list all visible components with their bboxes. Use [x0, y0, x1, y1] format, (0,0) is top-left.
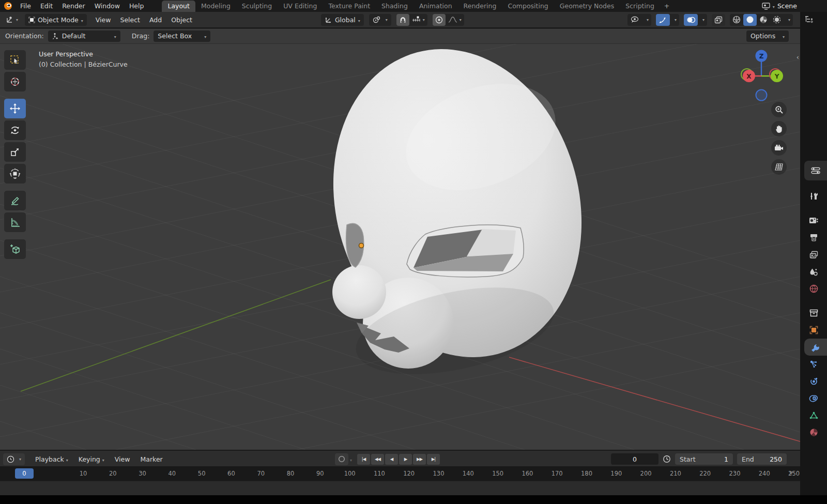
tab-compositing[interactable]: Compositing [502, 1, 554, 12]
tab-sculpting[interactable]: Sculpting [236, 1, 278, 12]
gizmo-minus-z[interactable] [756, 90, 767, 101]
orientation-dropdown[interactable]: Default [48, 30, 120, 42]
tab-scripting[interactable]: Scripting [620, 1, 660, 12]
navigation-gizmo[interactable]: X Y Z [740, 46, 797, 104]
current-frame-field[interactable]: 0 [611, 453, 658, 465]
zoom-button[interactable] [771, 102, 787, 117]
show-visibility-button[interactable] [627, 14, 642, 26]
menu-render[interactable]: Render [57, 2, 90, 10]
tab-layout[interactable]: Layout [162, 1, 195, 12]
mode-selector[interactable]: Object Mode [25, 14, 87, 26]
outliner-editor-icon[interactable] [804, 15, 814, 25]
prev-keyframe-button[interactable]: ◀◀ [371, 454, 384, 465]
tab-scene[interactable] [800, 263, 827, 280]
timeline-editor-type-button[interactable] [3, 453, 25, 465]
tool-rotate[interactable] [4, 120, 26, 140]
properties-editor-icon[interactable] [804, 161, 827, 180]
tab-geometry-nodes[interactable]: Geometry Nodes [554, 1, 620, 12]
pivot-point-selector[interactable] [369, 14, 391, 26]
tab-output[interactable] [800, 229, 827, 246]
region-collapse-chevron-icon[interactable]: ‹ [797, 53, 799, 61]
tab-physics[interactable] [800, 373, 827, 390]
show-overlays-toggle[interactable] [684, 14, 698, 26]
tab-view-layer[interactable] [800, 246, 827, 263]
tab-object-data[interactable] [800, 407, 827, 424]
timeline-track-area[interactable] [0, 481, 800, 495]
overlays-dropdown[interactable] [698, 14, 707, 26]
tab-uv-editing[interactable]: UV Editing [278, 1, 323, 12]
tab-modeling[interactable]: Modeling [195, 1, 236, 12]
shading-wireframe-button[interactable] [730, 14, 743, 26]
tab-shading[interactable]: Shading [376, 1, 414, 12]
menu-marker[interactable]: Marker [135, 455, 168, 463]
tab-material[interactable] [800, 424, 827, 441]
tab-texture-paint[interactable]: Texture Paint [323, 1, 376, 12]
viewport-3d[interactable]: User Perspective (0) Collection | Bézier… [0, 44, 800, 450]
shading-rendered-button[interactable] [770, 14, 784, 26]
tool-scale[interactable] [4, 142, 26, 162]
tool-annotate[interactable] [4, 191, 26, 210]
tool-add-cube[interactable] [4, 239, 26, 259]
options-dropdown[interactable]: Options [746, 30, 789, 42]
blender-logo-icon[interactable] [0, 2, 16, 10]
tab-particles[interactable] [800, 356, 827, 373]
play-button[interactable]: ▶ [399, 454, 412, 465]
auto-keying-toggle[interactable] [335, 453, 348, 465]
tool-select-box[interactable] [4, 50, 26, 70]
menu-playback[interactable]: Playback [30, 455, 73, 463]
ruler-scroll-arrow-icon[interactable]: ▼ [789, 470, 793, 476]
tool-transform[interactable] [4, 164, 26, 184]
gizmo-x-ball[interactable]: X [743, 70, 755, 82]
frame-end-field[interactable]: End 250 [737, 453, 787, 465]
menu-file[interactable]: File [16, 2, 36, 10]
editor-type-button[interactable] [3, 14, 21, 26]
tab-world[interactable] [800, 280, 827, 297]
toggle-ortho-button[interactable] [771, 159, 787, 175]
tab-render[interactable] [800, 212, 827, 229]
gizmo-y-ball[interactable]: Y [771, 70, 783, 82]
gizmo-z-ball[interactable]: Z [756, 50, 768, 62]
tab-animation[interactable]: Animation [414, 1, 458, 12]
transform-orientation-selector[interactable]: Global [321, 14, 364, 26]
menu-object[interactable]: Object [166, 16, 197, 24]
tab-rendering[interactable]: Rendering [458, 1, 502, 12]
next-keyframe-button[interactable]: ▶▶ [413, 454, 426, 465]
menu-view[interactable]: View [91, 16, 116, 24]
object-origin-dot[interactable] [359, 243, 364, 248]
tab-object[interactable] [800, 322, 827, 339]
tab-collection[interactable] [800, 304, 827, 322]
menu-tl-view[interactable]: View [110, 455, 135, 463]
tab-constraints[interactable] [800, 390, 827, 407]
tab-modifiers[interactable] [804, 339, 827, 356]
tool-cursor[interactable] [4, 72, 26, 91]
snap-toggle[interactable] [396, 14, 409, 26]
tool-move[interactable] [4, 99, 26, 118]
play-reverse-button[interactable]: ◀ [385, 454, 398, 465]
menu-add[interactable]: Add [145, 16, 166, 24]
proportional-falloff-selector[interactable] [446, 14, 464, 26]
mask-object[interactable] [300, 44, 615, 390]
snap-target-selector[interactable] [409, 14, 427, 26]
visibility-dropdown[interactable] [642, 14, 651, 26]
frame-start-field[interactable]: Start 1 [675, 453, 733, 465]
pan-button[interactable] [771, 121, 787, 136]
shading-solid-button[interactable] [743, 14, 757, 26]
use-preview-range-icon[interactable] [663, 455, 671, 463]
proportional-editing-toggle[interactable] [433, 14, 446, 26]
camera-view-button[interactable] [771, 140, 787, 156]
menu-keying[interactable]: Keying [73, 455, 110, 463]
menu-window[interactable]: Window [90, 2, 125, 10]
shading-dropdown[interactable] [784, 14, 793, 26]
tool-measure[interactable] [4, 212, 26, 232]
scene-selector[interactable]: Scene [762, 2, 797, 10]
menu-edit[interactable]: Edit [36, 2, 57, 10]
add-workspace-button[interactable]: + [660, 1, 673, 12]
tab-tool[interactable] [800, 188, 827, 205]
shading-material-button[interactable] [757, 14, 770, 26]
jump-to-end-button[interactable]: ▶| [427, 454, 440, 465]
menu-select[interactable]: Select [115, 16, 145, 24]
gizmo-dropdown[interactable] [670, 14, 679, 26]
drag-dropdown[interactable]: Select Box [154, 30, 210, 42]
menu-help[interactable]: Help [125, 2, 149, 10]
show-gizmo-toggle[interactable] [656, 14, 670, 26]
